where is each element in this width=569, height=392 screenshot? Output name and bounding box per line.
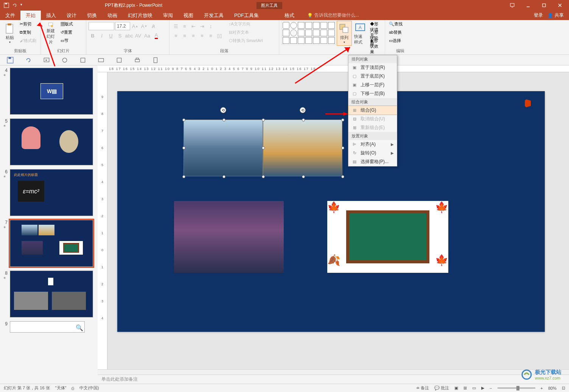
rotate-handle-left[interactable]: ⟲ [220,107,226,113]
resize-handle[interactable] [262,118,265,121]
qat-doc-icon[interactable] [152,57,159,64]
tab-view[interactable]: 视图 [178,11,199,20]
resize-handle[interactable] [341,175,344,178]
menu-bring-to-front[interactable]: ▣置于顶层(R) [348,63,397,72]
columns-button[interactable]: ▯▯ [215,31,224,40]
decrease-indent-button[interactable]: ⇤ [189,22,197,30]
view-normal-icon[interactable]: ▣ [454,386,458,390]
strikethrough-button[interactable]: S [116,31,124,40]
shape-effects-button[interactable]: ◉形状效果 [368,37,382,46]
font-name-combo[interactable] [89,22,114,30]
view-slideshow-icon[interactable]: ▶ [481,386,484,390]
align-text-button[interactable]: ⊟对齐文本 [227,29,264,37]
zoom-slider[interactable] [497,387,535,389]
font-color-button[interactable]: A [152,31,160,40]
align-right-button[interactable]: ≡ [189,31,197,40]
resize-handle[interactable] [262,146,265,149]
qat-anim2-icon[interactable] [79,57,86,64]
slide-thumbnail-7[interactable] [10,220,93,267]
ribbon-options-icon[interactable] [505,0,520,11]
status-lang-icon[interactable]: ⎙ [72,386,74,390]
section-button[interactable]: ▭节 [59,37,75,46]
horizontal-scrollbar[interactable] [98,369,569,375]
qat-undo-icon[interactable] [25,57,32,64]
zoom-out-button[interactable]: − [490,386,492,390]
menu-rotate[interactable]: ↻旋转(O)▶ [348,149,397,157]
qat-anim3-icon[interactable] [98,57,104,64]
shape-fill-button[interactable]: ◆形状填充 [368,21,382,29]
view-sorter-icon[interactable]: ⊞ [463,386,467,390]
tab-design[interactable]: 设计 [61,11,82,20]
slide-canvas[interactable]: ⟲ ⟲ [117,91,545,332]
status-comments-button[interactable]: 💬 批注 [434,385,449,391]
menu-send-to-back[interactable]: ▢置于底层(K) [348,72,397,81]
menu-group[interactable]: ⊞组合(G) [348,106,397,115]
copy-button[interactable]: ⧉复制 [18,29,38,37]
status-lang[interactable]: 中文(中国) [79,385,99,391]
tab-home[interactable]: 开始 [20,11,41,20]
bullets-button[interactable]: ☰ [172,22,180,30]
select-button[interactable]: ▭选择 [387,37,403,46]
tab-animations[interactable]: 动画 [102,11,123,20]
resize-handle[interactable] [182,175,185,178]
share-button[interactable]: 👤 共享 [547,12,564,19]
qat-save-icon[interactable] [7,57,14,64]
qat-from-start-icon[interactable] [43,57,50,64]
paste-button[interactable]: 粘贴 ▾ [2,21,17,46]
menu-send-backward[interactable]: ▢下移一层(B) [348,89,397,98]
text-direction-button[interactable]: ↕A文字方向 [227,21,264,29]
distribute-button[interactable]: ≡ [207,31,215,40]
rotate-handle-right[interactable]: ⟲ [300,107,306,113]
change-case-button[interactable]: Aa [143,31,151,40]
qat-anim1-icon[interactable] [61,57,68,64]
tab-developer[interactable]: 开发工具 [199,11,229,20]
image-city[interactable] [174,201,284,273]
resize-handle[interactable] [341,118,344,121]
undo-icon[interactable] [12,3,17,8]
align-center-button[interactable]: ≡ [180,31,189,40]
new-slide-button[interactable]: 新建 幻灯片 [43,21,58,46]
line-spacing-button[interactable]: ↕ [207,22,215,30]
arrange-button[interactable]: 排列 ▾ [337,21,352,46]
resize-handle[interactable] [302,175,305,178]
text-shadow-button[interactable]: abc [125,31,133,40]
minimize-button[interactable] [521,0,536,11]
menu-align[interactable]: ⊫对齐(A)▶ [348,140,397,149]
align-left-button[interactable]: ≡ [172,31,180,40]
bold-button[interactable]: B [89,31,97,40]
resize-handle[interactable] [222,118,225,121]
quick-styles-button[interactable]: A 快速样式 [353,21,368,46]
slide-thumbnail-8[interactable] [10,271,93,317]
resize-handle[interactable] [302,118,305,121]
slide-thumbnail-9[interactable] [10,321,85,333]
tab-slideshow[interactable]: 幻灯片放映 [123,11,158,20]
increase-indent-button[interactable]: ⇥ [198,22,206,30]
font-size-combo[interactable]: 17.2 [115,22,130,30]
notes-placeholder[interactable]: 单击此处添加备注 [98,375,569,384]
tab-format[interactable]: 格式 [279,11,300,20]
tab-review[interactable]: 审阅 [158,11,178,20]
fit-to-window-icon[interactable]: ⊡ [562,386,565,390]
save-icon[interactable] [4,3,9,8]
close-button[interactable] [552,0,567,11]
shapes-gallery[interactable] [281,21,336,45]
image-chalkboard[interactable]: 🍁 🍁 🍂 🍁 [327,201,448,273]
replace-button[interactable]: ab替换 [387,29,403,37]
tab-insert[interactable]: 插入 [41,11,61,20]
resize-handle[interactable] [222,175,225,178]
numbering-button[interactable]: ≡ [180,22,189,30]
resize-handle[interactable] [182,146,185,149]
format-painter-button[interactable]: 🖌格式刷 [18,37,38,46]
resize-handle[interactable] [182,118,185,121]
tab-pdf[interactable]: PDF工具集 [229,11,264,20]
slide-thumbnail-4[interactable]: W▤ [10,68,93,115]
increase-font-button[interactable]: A▲ [131,22,139,30]
resize-handle[interactable] [341,146,344,149]
shape-outline-button[interactable]: ◇形状轮廓 [368,29,382,37]
zoom-level[interactable]: 80% [548,386,557,390]
zoom-in-button[interactable]: + [541,386,543,390]
reset-button[interactable]: ↺重置 [59,29,75,37]
tell-me-search[interactable]: 💡 告诉我您想要做什么... [307,12,359,19]
menu-bring-forward[interactable]: ▣上移一层(F) [348,81,397,89]
find-button[interactable]: 🔍查找 [387,21,404,29]
